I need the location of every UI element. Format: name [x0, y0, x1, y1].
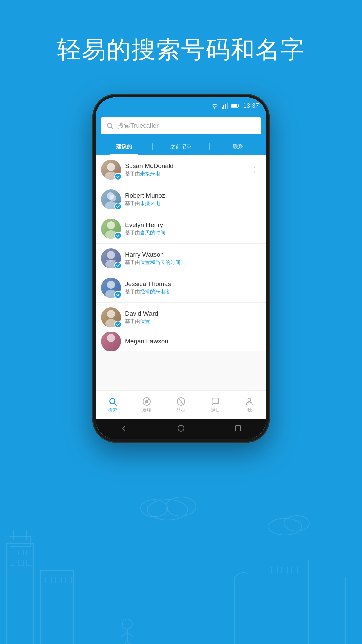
svg-line-56: [114, 403, 116, 405]
contact-info: Jessica Thomas 基于由经常的来电者: [125, 280, 245, 295]
contact-name: Evelyn Henry: [125, 221, 245, 229]
list-item[interactable]: Megan Lawson: [96, 332, 266, 351]
contact-info: Robert Munoz 基于由未接来电: [125, 192, 245, 207]
list-item[interactable]: Evelyn Henry 基于由当天的时间 ⋮: [96, 214, 266, 244]
svg-rect-13: [65, 577, 71, 583]
contact-info: Susan McDonald 基于由未接来电: [125, 162, 245, 177]
nav-label-notify: 通知: [211, 407, 220, 413]
list-item[interactable]: Jessica Thomas 基于由经常的来电者 ⋮: [96, 273, 266, 303]
svg-rect-11: [45, 577, 51, 583]
avatar: [101, 248, 121, 268]
svg-line-28: [127, 632, 134, 637]
me-nav-icon: [245, 397, 254, 406]
svg-line-60: [178, 399, 183, 404]
contact-name: Harry Watson: [125, 251, 245, 258]
svg-point-47: [107, 251, 115, 259]
contact-reason: 基于由未接来电: [125, 200, 245, 207]
svg-rect-5: [18, 550, 23, 555]
more-options-button[interactable]: ⋮: [249, 311, 261, 324]
list-item[interactable]: Susan McDonald 基于由未接来电 ⋮: [96, 155, 266, 184]
block-nav-icon: [177, 397, 185, 406]
recents-button[interactable]: [231, 422, 245, 437]
svg-point-43: [110, 195, 116, 201]
nav-item-search[interactable]: 搜索: [96, 397, 130, 413]
contact-reason: 基于由位置和当天的时间: [125, 259, 245, 266]
android-nav-bar: [96, 419, 266, 439]
svg-rect-37: [238, 105, 239, 107]
contact-reason: 基于由当天的时间: [125, 230, 245, 236]
verified-badge: [114, 321, 122, 328]
phone-frame: 13:37 搜索Truecaller 建议的 之前记录: [92, 94, 270, 443]
wifi-icon: [211, 103, 218, 109]
svg-point-25: [122, 619, 132, 629]
verified-badge: [114, 291, 122, 299]
nav-item-me[interactable]: 我: [232, 397, 266, 413]
more-options-button[interactable]: ⋮: [249, 222, 261, 235]
search-bar[interactable]: 搜索Truecaller: [101, 117, 261, 134]
tab-contacts[interactable]: 联系: [210, 138, 266, 155]
contact-info: Evelyn Henry 基于由当天的时间: [125, 221, 245, 236]
back-button[interactable]: [117, 422, 131, 437]
home-button[interactable]: [174, 421, 188, 437]
phone-screen: 13:37 搜索Truecaller 建议的 之前记录: [96, 97, 266, 439]
tab-suggested[interactable]: 建议的: [96, 138, 152, 155]
svg-line-39: [111, 127, 113, 129]
svg-rect-17: [292, 567, 298, 573]
contact-reason: 基于由位置: [125, 318, 245, 325]
discover-nav-icon: [142, 397, 151, 406]
svg-line-27: [121, 632, 127, 637]
contact-name: Megan Lawson: [125, 338, 261, 345]
contact-name: Jessica Thomas: [125, 280, 245, 288]
notify-nav-icon: [211, 397, 220, 406]
nav-label-me: 我: [247, 407, 252, 413]
svg-rect-33: [225, 104, 226, 109]
svg-rect-0: [7, 543, 34, 644]
list-item[interactable]: Harry Watson 基于由位置和当天的时间 ⋮: [96, 244, 266, 273]
tabs-bar: 建议的 之前记录 联系: [96, 138, 266, 155]
nav-label-block: 阻挡: [177, 407, 185, 413]
svg-rect-36: [231, 104, 237, 107]
svg-marker-58: [145, 400, 148, 403]
nav-label-search: 搜索: [108, 407, 117, 413]
more-options-button[interactable]: ⋮: [249, 252, 261, 265]
avatar: [101, 189, 121, 209]
nav-item-discover[interactable]: 发现: [130, 397, 164, 413]
contact-name: Susan McDonald: [125, 162, 245, 170]
search-bar-container: 搜索Truecaller: [96, 114, 266, 138]
contact-info: Harry Watson 基于由位置和当天的时间: [125, 251, 245, 266]
contact-list: Susan McDonald 基于由未接来电 ⋮: [96, 155, 266, 390]
svg-point-24: [284, 516, 309, 531]
nav-item-notify[interactable]: 通知: [198, 397, 232, 413]
signal-icon: [222, 103, 228, 109]
svg-rect-34: [227, 103, 228, 109]
svg-point-45: [107, 221, 115, 229]
svg-point-52: [107, 310, 115, 318]
more-options-button[interactable]: ⋮: [249, 193, 261, 206]
verified-badge: [114, 262, 122, 269]
more-options-button[interactable]: ⋮: [249, 281, 261, 294]
svg-rect-4: [10, 550, 15, 555]
svg-rect-8: [18, 560, 23, 565]
svg-point-50: [107, 281, 115, 289]
bg-city-illustration: [0, 476, 362, 644]
tab-recent[interactable]: 之前记录: [153, 138, 209, 155]
contact-info: David Ward 基于由位置: [125, 310, 245, 325]
verified-badge: [114, 173, 122, 180]
svg-point-54: [107, 334, 115, 342]
nav-item-block[interactable]: 阻挡: [164, 397, 198, 413]
svg-point-40: [107, 163, 115, 171]
svg-rect-6: [27, 550, 32, 555]
svg-rect-16: [282, 567, 288, 573]
bottom-nav: 搜索 发现 阻挡 通知: [96, 390, 266, 419]
svg-rect-2: [13, 530, 27, 540]
svg-rect-7: [10, 560, 15, 565]
battery-icon: [231, 103, 240, 108]
contact-reason: 基于由经常的来电者: [125, 289, 245, 295]
list-item[interactable]: David Ward 基于由位置 ⋮: [96, 303, 266, 332]
list-item[interactable]: Robert Munoz 基于由未接来电 ⋮: [96, 184, 266, 214]
search-icon: [106, 122, 114, 129]
avatar: [101, 332, 121, 351]
more-options-button[interactable]: ⋮: [249, 163, 261, 176]
avatar: [101, 160, 121, 180]
contact-reason: 基于由未接来电: [125, 171, 245, 177]
